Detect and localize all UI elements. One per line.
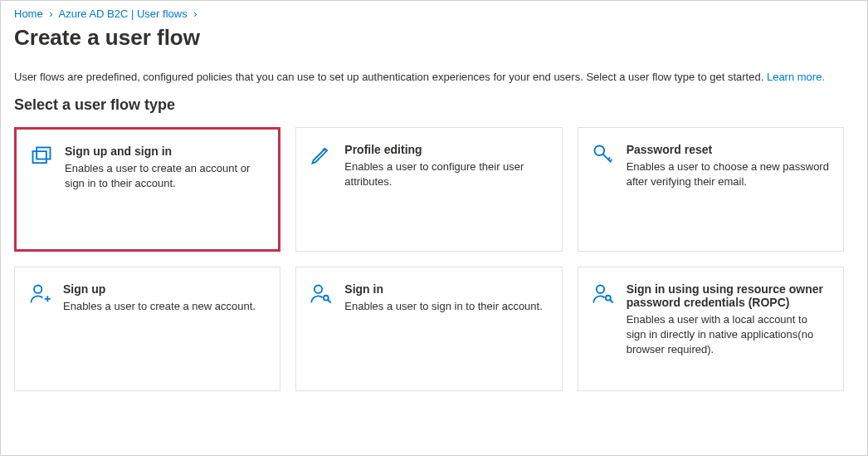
breadcrumb: Home › Azure AD B2C | User flows › [14, 7, 854, 20]
card-title: Sign up and sign in [65, 145, 265, 158]
page-title: Create a user flow [14, 25, 854, 51]
card-desc: Enables a user with a local account to s… [627, 312, 830, 358]
card-title: Sign in using using resource owner passw… [627, 282, 830, 309]
card-profile-editing[interactable]: Profile editing Enables a user to config… [295, 127, 562, 252]
section-title: Select a user flow type [14, 96, 854, 114]
card-desc: Enables a user to create an account or s… [65, 161, 265, 191]
card-sign-up-and-sign-in[interactable]: Sign up and sign in Enables a user to cr… [14, 127, 280, 252]
windows-icon [30, 145, 53, 168]
person-plus-icon [28, 282, 51, 306]
card-desc: Enables a user to choose a new password … [627, 159, 830, 189]
card-title: Profile editing [344, 143, 548, 156]
svg-point-7 [606, 296, 611, 301]
card-desc: Enables a user to sign in to their accou… [344, 299, 548, 314]
card-password-reset[interactable]: Password reset Enables a user to choose … [578, 127, 844, 252]
breadcrumb-home[interactable]: Home [14, 7, 43, 20]
card-sign-in[interactable]: Sign in Enables a user to sign in to the… [295, 267, 562, 391]
svg-point-3 [34, 286, 41, 293]
card-title: Sign up [63, 282, 266, 296]
learn-more-link[interactable]: Learn more. [767, 71, 825, 83]
card-title: Password reset [627, 143, 830, 156]
chevron-right-icon: › [193, 7, 197, 20]
svg-point-4 [315, 286, 322, 293]
svg-rect-1 [37, 148, 50, 159]
breadcrumb-user-flows[interactable]: Azure AD B2C | User flows [59, 7, 188, 20]
page-description: User flows are predefined, configured po… [14, 71, 854, 83]
card-desc: Enables a user to configure their user a… [344, 159, 548, 189]
svg-point-6 [596, 286, 603, 293]
person-key-icon [592, 282, 615, 306]
card-sign-in-ropc[interactable]: Sign in using using resource owner passw… [578, 267, 844, 391]
key-icon [592, 143, 615, 166]
svg-point-5 [324, 296, 329, 301]
person-key-icon [310, 282, 333, 306]
chevron-right-icon: › [49, 7, 52, 20]
user-flow-type-grid: Sign up and sign in Enables a user to cr… [14, 127, 844, 391]
card-sign-up[interactable]: Sign up Enables a user to create a new a… [14, 267, 280, 391]
card-title: Sign in [344, 282, 548, 296]
pencil-icon [310, 143, 333, 166]
svg-rect-0 [33, 151, 46, 163]
card-desc: Enables a user to create a new account. [63, 299, 266, 314]
